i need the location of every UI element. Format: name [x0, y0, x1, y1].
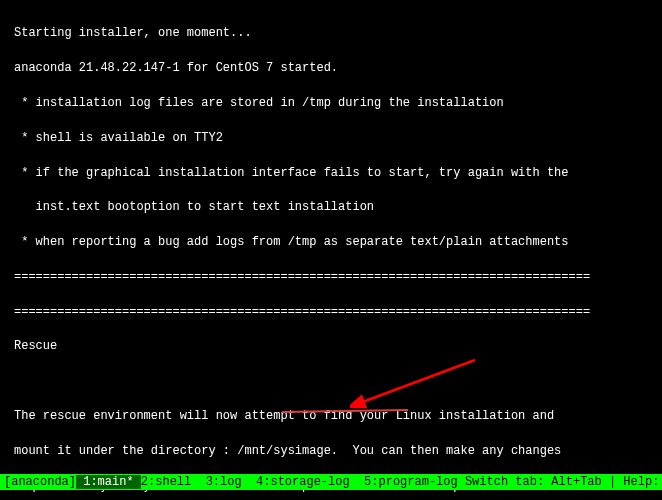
tab-program-log[interactable]: 5:program-log	[364, 475, 465, 489]
status-bar-right: Switch tab: Alt+Tab | Help: F1	[465, 475, 662, 489]
boot-line: anaconda 21.48.22.147-1 for CentOS 7 sta…	[14, 60, 648, 77]
boot-bullet: * installation log files are stored in /…	[14, 95, 648, 112]
divider-line: ========================================…	[14, 269, 648, 286]
rescue-text: The rescue environment will now attempt …	[14, 408, 648, 425]
blank-line	[14, 373, 648, 390]
tab-main[interactable]: 1:main*	[76, 475, 141, 489]
status-app-name: [anaconda]	[4, 475, 76, 489]
boot-line: Starting installer, one moment...	[14, 25, 648, 42]
status-bar-left: [anaconda] 1:main* 2:shell 3:log 4:stora…	[4, 475, 465, 489]
boot-bullet: * when reporting a bug add logs from /tm…	[14, 234, 648, 251]
tab-log[interactable]: 3:log	[206, 475, 256, 489]
boot-bullet: * if the graphical installation interfac…	[14, 165, 648, 182]
terminal-output: Starting installer, one moment... anacon…	[0, 0, 662, 500]
boot-bullet: * shell is available on TTY2	[14, 130, 648, 147]
status-bar: [anaconda] 1:main* 2:shell 3:log 4:stora…	[0, 474, 662, 490]
switch-tab-hint: Switch tab: Alt+Tab	[465, 475, 609, 489]
boot-bullet: inst.text bootoption to start text insta…	[14, 199, 648, 216]
divider-line: ========================================…	[14, 304, 648, 321]
tab-shell[interactable]: 2:shell	[141, 475, 206, 489]
rescue-title: Rescue	[14, 338, 648, 355]
tab-storage-log[interactable]: 4:storage-log	[256, 475, 364, 489]
rescue-text: mount it under the directory : /mnt/sysi…	[14, 443, 648, 460]
help-hint: | Help: F1	[609, 475, 662, 489]
